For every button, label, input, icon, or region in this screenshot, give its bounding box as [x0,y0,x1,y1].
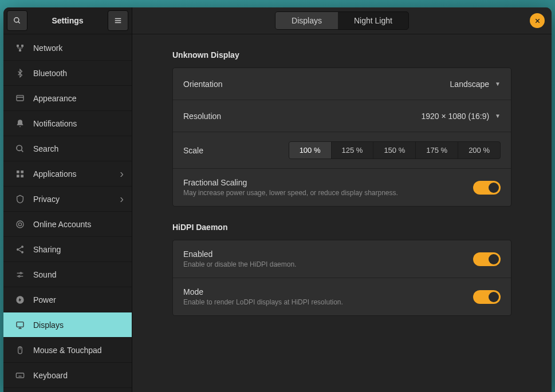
svg-line-1 [18,22,20,23]
scale-label: Scale [183,146,289,155]
row-hidpi-enabled: Enabled Enable or disable the HiDPI daem… [173,240,511,278]
hamburger-icon [114,17,122,25]
network-icon [15,43,25,53]
sidebar-item-sharing[interactable]: Sharing [3,237,132,262]
sidebar-item-label: Notifications [33,119,124,128]
scale-option-175[interactable]: 175 % [416,142,458,159]
sidebar-item-notifications[interactable]: Notifications [3,111,132,136]
settings-window: Settings NetworkBluetoothAppearanceNotif… [3,7,552,392]
fractional-toggle[interactable] [473,181,501,195]
fractional-sub: May increase power usage, lower speed, o… [183,189,473,197]
privacy-icon [15,195,25,204]
svg-point-0 [14,18,19,22]
section-title-display: Unknown Display [172,50,511,60]
content: Unknown Display Orientation Landscape ▼ … [132,34,552,392]
close-button[interactable] [530,13,545,28]
sidebar-item-applications[interactable]: Applications› [3,161,132,187]
apps-icon [15,169,25,179]
sidebar-item-label: Displays [33,320,124,330]
sidebar-item-label: Network [33,43,124,53]
enabled-sub: Enable or disable the HiDPI daemon. [183,260,473,268]
row-hidpi-mode: Mode Enable to render LoDPI displays at … [173,278,511,315]
display-settings-panel: Orientation Landscape ▼ Resolution 1920 … [172,68,511,207]
sidebar-item-mouse-touchpad[interactable]: Mouse & Touchpad [3,338,132,363]
sidebar-item-bluetooth[interactable]: Bluetooth [3,61,132,86]
sidebar-item-label: Online Accounts [33,220,124,229]
sound-icon [15,270,25,279]
sidebar-item-label: Privacy [33,195,112,204]
enabled-label: Enabled [183,250,473,259]
accounts-icon [15,220,25,229]
resolution-value: 1920 × 1080 (16:9) [421,112,489,121]
menu-button[interactable] [108,10,128,31]
search-icon [13,17,21,25]
sidebar-item-label: Bluetooth [33,69,124,78]
svg-rect-7 [19,49,21,52]
main-panel: Displays Night Light Unknown Display Ori… [132,7,552,392]
enabled-toggle[interactable] [473,252,501,266]
mode-toggle[interactable] [473,290,501,304]
svg-rect-14 [17,175,19,177]
sidebar-header: Settings [3,7,132,34]
search-icon [15,144,25,153]
search-button[interactable] [7,10,27,31]
svg-rect-15 [21,175,23,177]
orientation-label: Orientation [183,80,450,89]
sidebar-item-search[interactable]: Search [3,136,132,161]
tab-switcher: Displays Night Light [275,11,409,30]
sidebar-item-label: Sound [33,270,124,279]
scale-option-200[interactable]: 200 % [458,142,500,159]
dropdown-icon: ▼ [495,81,501,87]
power-icon [15,295,25,304]
notifications-icon [15,119,25,128]
orientation-value: Landscape [450,80,490,89]
sidebar: Settings NetworkBluetoothAppearanceNotif… [3,7,132,392]
svg-point-16 [18,223,21,225]
svg-point-17 [17,221,23,228]
tab-night-light[interactable]: Night Light [338,12,408,29]
fractional-label: Fractional Scaling [183,178,473,187]
svg-point-23 [20,272,22,274]
bluetooth-icon [15,69,25,78]
keyboard-icon [15,371,25,380]
displays-icon [15,320,25,330]
close-icon [534,18,541,24]
sidebar-item-power[interactable]: Power [3,287,132,312]
row-fractional-scaling: Fractional Scaling May increase power us… [173,169,511,206]
sidebar-item-network[interactable]: Network [3,35,132,61]
sidebar-item-label: Keyboard [33,371,124,380]
scale-option-125[interactable]: 125 % [332,142,374,159]
sidebar-item-label: Applications [33,169,112,179]
svg-rect-33 [16,373,23,378]
row-orientation[interactable]: Orientation Landscape ▼ [173,68,511,100]
tab-displays[interactable]: Displays [275,12,338,29]
mouse-icon [15,346,25,355]
appearance-icon [15,94,25,103]
sidebar-title: Settings [31,16,104,25]
svg-rect-12 [17,171,19,173]
svg-point-10 [17,145,22,151]
sidebar-list: NetworkBluetoothAppearanceNotificationsS… [3,34,132,392]
svg-point-19 [17,248,19,251]
hidpi-panel: Enabled Enable or disable the HiDPI daem… [172,240,511,316]
sidebar-item-displays[interactable]: Displays [3,312,132,338]
svg-point-20 [21,251,23,253]
main-header: Displays Night Light [132,7,552,34]
sidebar-item-keyboard[interactable]: Keyboard [3,363,132,388]
resolution-label: Resolution [183,112,421,121]
row-resolution[interactable]: Resolution 1920 × 1080 (16:9) ▼ [173,100,511,132]
svg-point-18 [21,246,23,248]
sidebar-item-online-accounts[interactable]: Online Accounts [3,212,132,237]
scale-option-150[interactable]: 150 % [373,142,416,159]
row-scale: Scale 100 %125 %150 %175 %200 % [173,132,511,169]
svg-rect-13 [21,171,23,173]
scale-option-100[interactable]: 100 % [289,142,332,159]
sidebar-item-sound[interactable]: Sound [3,262,132,287]
sidebar-item-label: Sharing [33,245,124,254]
dropdown-icon: ▼ [495,113,501,119]
sidebar-item-appearance[interactable]: Appearance [3,86,132,111]
chevron-right-icon: › [120,167,124,180]
svg-rect-8 [17,95,23,100]
sidebar-item-privacy[interactable]: Privacy› [3,187,132,212]
mode-label: Mode [183,287,473,296]
